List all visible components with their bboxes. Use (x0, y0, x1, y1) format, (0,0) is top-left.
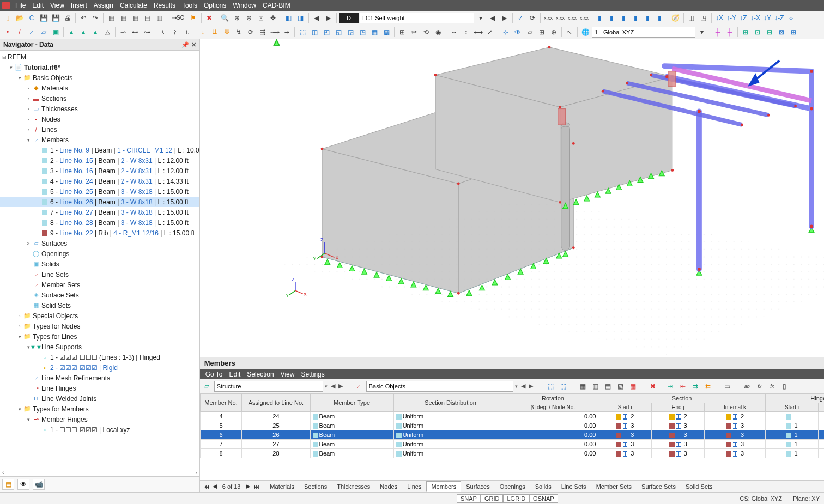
dim-tool3-icon[interactable]: ⟷ (472, 27, 483, 38)
sel8-icon[interactable]: ▩ (381, 27, 392, 38)
new-icon[interactable]: ▯ (2, 13, 13, 23)
grid3-icon[interactable]: ⊟ (764, 27, 775, 38)
lc-next-icon[interactable]: ▶ (499, 13, 510, 23)
pan-icon[interactable]: ✥ (268, 13, 278, 23)
tree-member-8[interactable]: 8 - Line No. 28 | Beam | 3 - W 8x18 | L … (0, 217, 199, 228)
menu-tools[interactable]: Tools (179, 2, 201, 9)
zoomin-icon[interactable]: ⊕ (232, 13, 243, 23)
tree-line-hinges[interactable]: Line Hinges (41, 385, 76, 392)
col4-icon[interactable]: ▮ (631, 13, 641, 23)
tab-surfaces[interactable]: Surfaces (461, 481, 494, 492)
load8-icon[interactable]: ⇝ (281, 27, 292, 38)
marker-icon[interactable]: ↖ (564, 27, 575, 38)
lc-dropdown-icon[interactable]: ▾ (475, 13, 486, 23)
3d-viewport[interactable]: Z X Y Z X Y (200, 39, 824, 357)
ttb-grid3-icon[interactable]: ▤ (603, 381, 614, 392)
th-si[interactable]: Start i (598, 403, 651, 412)
tree-item-sections[interactable]: ›▬Sections (0, 93, 199, 104)
next-view-icon[interactable]: ▶ (323, 13, 334, 23)
sel4-icon[interactable]: ◱ (333, 27, 344, 38)
tab-solids[interactable]: Solids (530, 481, 556, 492)
nav-close-icon[interactable]: ✕ (191, 41, 196, 48)
nav-icon[interactable]: 🧭 (670, 13, 681, 23)
nav-scroll-right-icon[interactable]: › (195, 470, 197, 476)
th-section[interactable]: Section (598, 394, 765, 403)
tmenu-edit[interactable]: Edit (226, 371, 244, 378)
table3-icon[interactable]: ▦ (130, 13, 141, 23)
support1-icon[interactable]: ▲ (66, 27, 77, 38)
tab-surface-sets[interactable]: Surface Sets (637, 481, 681, 492)
find-icon[interactable]: 🔍 (220, 13, 231, 23)
tree-types-members[interactable]: Types for Members (33, 405, 89, 413)
tree-item-thicknesses[interactable]: ›▭Thicknesses (0, 104, 199, 114)
tmenu-settings[interactable]: Settings (298, 371, 328, 378)
dim3-icon[interactable]: x,xx (567, 13, 578, 23)
misc3-icon[interactable]: ⟲ (421, 27, 432, 38)
grid1-icon[interactable]: ⊞ (740, 27, 751, 38)
tree-item-surface-sets[interactable]: ◈Surface Sets (0, 290, 199, 300)
tree-item-solids[interactable]: ▣Solids (0, 259, 199, 269)
dim-tool1-icon[interactable]: ↔ (449, 27, 459, 38)
col3-icon[interactable]: ▮ (619, 13, 629, 23)
tree-types-nodes[interactable]: Types for Nodes (33, 323, 80, 330)
tab-thicknesses[interactable]: Thicknesses (332, 481, 375, 492)
tree-member-5[interactable]: 5 - Line No. 25 | Beam | 3 - W 8x18 | L … (0, 186, 199, 197)
render1-icon[interactable]: ◫ (686, 13, 697, 23)
hinge2-icon[interactable]: ⊷ (130, 27, 141, 38)
cs-dd-icon[interactable]: ▾ (696, 27, 707, 38)
axis-y-icon[interactable]: ↓Y (762, 13, 773, 23)
misc2-icon[interactable]: ✂ (409, 27, 420, 38)
tree-item-materials[interactable]: ›◆Materials (0, 83, 199, 93)
tree-member-4[interactable]: 4 - Line No. 24 | Beam | 2 - W 8x31 | L … (0, 176, 199, 186)
view1-icon[interactable]: ◧ (283, 13, 294, 23)
sc-icon[interactable]: ⇢SC (169, 13, 187, 23)
plane-xy-icon[interactable]: ┼ (712, 27, 723, 38)
th-dist[interactable]: Section Distribution (393, 394, 507, 412)
ttb-ins3-icon[interactable]: ⇉ (690, 381, 701, 392)
tab-sections[interactable]: Sections (299, 481, 332, 492)
ttb-grid5-icon[interactable]: ▦ (628, 381, 639, 392)
tree-line-mesh[interactable]: Line Mesh Refinements (41, 374, 110, 382)
menu-cadbim[interactable]: CAD-BIM (259, 2, 294, 9)
navigator-tree[interactable]: ⊟RFEM ▾📄Tutorial.rf6* ▾📁Basic Objects ›◆… (0, 51, 199, 469)
cs-axis-icon[interactable]: ⊹ (500, 27, 511, 38)
support4-icon[interactable]: △ (102, 27, 113, 38)
grid4-icon[interactable]: ⊠ (776, 27, 787, 38)
ttb-grid1-icon[interactable]: ▦ (578, 381, 589, 392)
bo-prev-icon[interactable]: ◀ (519, 382, 527, 390)
support2-icon[interactable]: ▲ (78, 27, 89, 38)
member-icon[interactable]: ⟋ (26, 27, 37, 38)
tree-line-supports[interactable]: Line Supports (41, 343, 82, 351)
ttb-ins1-icon[interactable]: ⇥ (665, 381, 676, 392)
tmenu-view[interactable]: View (277, 371, 298, 378)
table-row[interactable]: 8 28 Beam Uniform 0.00 3 3 3 1 1 -- (200, 449, 824, 458)
zoomout-icon[interactable]: ⊖ (244, 13, 255, 23)
tree-members[interactable]: Members (41, 136, 69, 144)
nav-btn-cam-icon[interactable]: 📹 (33, 479, 45, 490)
ttb-ins4-icon[interactable]: ⇇ (702, 381, 713, 392)
cs-origin-icon[interactable]: ⊕ (548, 27, 559, 38)
table-row[interactable]: 7 27 Beam Uniform 0.00 3 3 3 1 1 -- (200, 440, 824, 449)
tmenu-selection[interactable]: Selection (244, 371, 277, 378)
grid5-icon[interactable]: ⊞ (788, 27, 799, 38)
plane-yz-icon[interactable]: ┼ (724, 27, 735, 38)
sel2-icon[interactable]: ◫ (309, 27, 320, 38)
solid-icon[interactable]: ▣ (50, 27, 61, 38)
spring2-icon[interactable]: ⫯ (169, 27, 180, 38)
spring1-icon[interactable]: ⫰ (157, 27, 168, 38)
dim2-icon[interactable]: x,xx (555, 13, 566, 23)
cancel-icon[interactable]: ✖ (204, 13, 215, 23)
basic-objects-dropdown[interactable]: Basic Objects (366, 381, 513, 392)
menu-options[interactable]: Options (201, 2, 229, 9)
dim1-icon[interactable]: x,xx (543, 13, 554, 23)
ttb-del-icon[interactable]: ✖ (647, 381, 658, 392)
tab-lines[interactable]: Lines (402, 481, 426, 492)
th-assigned[interactable]: Assigned to Line No. (242, 394, 310, 412)
tree-root[interactable]: RFEM (8, 53, 26, 61)
ttb-last-icon[interactable]: ▯ (779, 381, 790, 392)
cs-grid-icon[interactable]: ⊞ (536, 27, 547, 38)
members-table[interactable]: Member No. Assigned to Line No. Member T… (200, 393, 824, 458)
tree-item-surfaces[interactable]: >▱Surfaces (0, 238, 199, 248)
loadcase-code[interactable]: D (339, 13, 359, 23)
tab-nodes[interactable]: Nodes (375, 481, 402, 492)
